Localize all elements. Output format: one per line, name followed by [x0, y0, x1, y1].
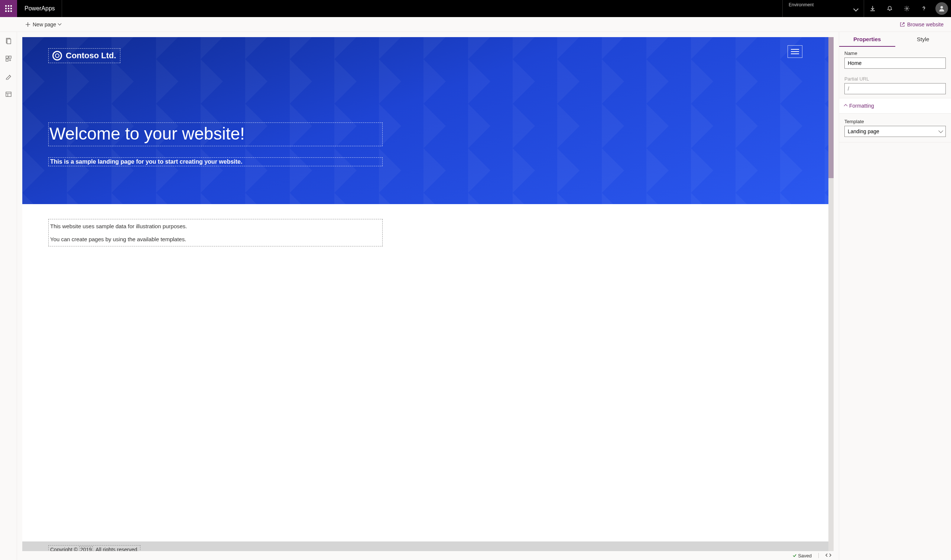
- canvas-area: Contoso Ltd. Welcome to your website! Th…: [17, 32, 839, 560]
- svg-rect-3: [7, 39, 11, 44]
- template-label: Template: [844, 119, 946, 124]
- logo-icon: [52, 51, 62, 60]
- partial-url-label: Partial URL: [844, 76, 946, 82]
- chevron-up-icon: [844, 104, 848, 108]
- status-bar: Saved: [17, 551, 839, 560]
- svg-point-0: [906, 8, 908, 9]
- themes-icon[interactable]: [4, 72, 13, 81]
- browse-website-label: Browse website: [907, 22, 943, 28]
- hero-section[interactable]: Contoso Ltd. Welcome to your website! Th…: [22, 37, 828, 204]
- components-icon[interactable]: [4, 54, 13, 63]
- environment-label: Environment: [789, 2, 814, 8]
- body-text-region[interactable]: This website uses sample data for illust…: [48, 219, 383, 246]
- chevron-down-icon: [58, 22, 62, 26]
- chevron-down-icon: [853, 6, 858, 11]
- download-icon[interactable]: [864, 0, 881, 17]
- svg-point-1: [940, 6, 943, 9]
- hero-heading[interactable]: Welcome to your website!: [48, 123, 383, 146]
- app-name: PowerApps: [17, 0, 62, 17]
- settings-icon[interactable]: [898, 0, 915, 17]
- canvas-scrollbar[interactable]: [828, 37, 834, 560]
- canvas-scroll-thumb[interactable]: [828, 37, 834, 178]
- formatting-label: Formatting: [849, 103, 874, 109]
- partial-url-input[interactable]: [844, 83, 946, 94]
- formatting-header[interactable]: Formatting: [839, 98, 951, 114]
- left-rail: [0, 32, 17, 560]
- body-line-2: You can create pages by using the availa…: [50, 236, 381, 242]
- svg-rect-5: [9, 56, 11, 58]
- browse-website-button[interactable]: Browse website: [897, 20, 946, 29]
- hamburger-menu[interactable]: [787, 45, 803, 58]
- tab-properties[interactable]: Properties: [839, 32, 895, 47]
- company-name: Contoso Ltd.: [66, 51, 116, 60]
- hero-subheading[interactable]: This is a sample landing page for you to…: [48, 157, 383, 166]
- name-input[interactable]: [844, 57, 946, 69]
- source-code-button[interactable]: [826, 552, 831, 559]
- title-bar: PowerApps Environment: [0, 0, 951, 17]
- code-icon: [826, 552, 831, 558]
- plus-icon: [25, 22, 31, 27]
- new-page-label: New page: [33, 22, 56, 28]
- templates-icon[interactable]: [4, 90, 13, 99]
- saved-status: Saved: [792, 553, 812, 558]
- waffle-button[interactable]: [0, 0, 17, 17]
- command-bar: New page Browse website: [0, 17, 951, 32]
- new-page-button[interactable]: New page: [22, 20, 64, 29]
- svg-rect-4: [6, 56, 8, 58]
- notifications-icon[interactable]: [881, 0, 898, 17]
- environment-picker[interactable]: Environment: [782, 0, 864, 17]
- divider: [818, 553, 819, 558]
- template-select[interactable]: Landing page: [844, 126, 946, 137]
- user-avatar[interactable]: [936, 2, 948, 15]
- help-icon[interactable]: [915, 0, 932, 17]
- check-icon: [792, 553, 797, 558]
- property-pane: Properties Style Name Partial URL Format…: [839, 32, 951, 560]
- svg-rect-7: [6, 92, 11, 97]
- website-preview[interactable]: Contoso Ltd. Welcome to your website! Th…: [22, 37, 828, 560]
- waffle-icon: [5, 5, 12, 12]
- site-logo[interactable]: Contoso Ltd.: [48, 48, 120, 63]
- name-label: Name: [844, 51, 946, 56]
- template-value: Landing page: [848, 128, 879, 134]
- external-link-icon: [900, 22, 905, 27]
- tab-style[interactable]: Style: [895, 32, 951, 47]
- svg-rect-6: [6, 59, 8, 61]
- pages-icon[interactable]: [4, 36, 13, 45]
- body-line-1: This website uses sample data for illust…: [50, 223, 381, 229]
- body-section[interactable]: This website uses sample data for illust…: [22, 204, 828, 261]
